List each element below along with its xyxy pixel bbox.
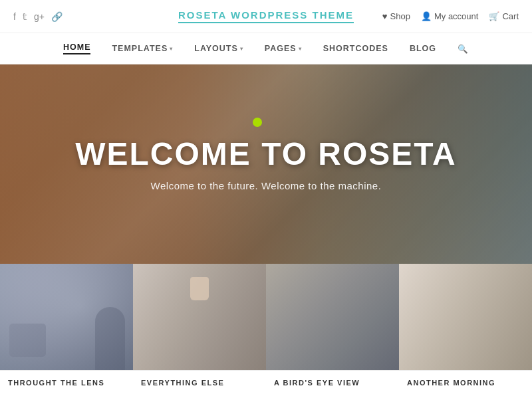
card-1[interactable]: THROUGHT THE LENS (0, 264, 133, 396)
nav-item-blog[interactable]: BLOG (410, 44, 436, 53)
nav-item-layouts[interactable]: LAYOUTS ▾ (194, 44, 243, 53)
templates-caret: ▾ (170, 46, 173, 52)
top-right-nav: ♥ Shop 👤 My account 🛒 Cart (382, 11, 519, 21)
my-account-link[interactable]: 👤 My account (421, 11, 478, 21)
card-3-label: A BIRD'S EYE VIEW (266, 370, 399, 396)
facebook-icon[interactable]: f (13, 11, 16, 22)
hero-content: WELCOME TO ROSETA Welcome to the future.… (75, 137, 457, 191)
cart-link[interactable]: 🛒 Cart (489, 11, 519, 21)
hero-subtitle: Welcome to the future. Welcome to the ma… (75, 180, 457, 191)
social-icons: f 𝕥 g+ 🔗 (13, 11, 63, 22)
card-4-label: ANOTHER MORNING (399, 370, 532, 396)
google-plus-icon[interactable]: g+ (34, 11, 45, 22)
card-1-image (0, 264, 133, 370)
hero-section: WELCOME TO ROSETA Welcome to the future.… (0, 64, 532, 264)
nav-item-shortcodes[interactable]: SHORTCODES (323, 44, 388, 53)
card-3-image (266, 264, 399, 370)
card-1-label: THROUGHT THE LENS (0, 370, 133, 396)
card-4[interactable]: ANOTHER MORNING (399, 264, 532, 396)
top-bar: f 𝕥 g+ 🔗 ROSETA WORDPRESS THEME ♥ Shop 👤… (0, 0, 532, 33)
nav-item-templates[interactable]: TEMPLATES ▾ (112, 44, 173, 53)
nav-item-home[interactable]: HOME (63, 43, 91, 54)
card-4-image (399, 264, 532, 370)
card-2[interactable]: EVERYTHING ELSE (133, 264, 266, 396)
bg-tint (0, 264, 133, 370)
bg-tint-4 (399, 264, 532, 370)
link-icon[interactable]: 🔗 (51, 11, 63, 22)
nav-item-pages[interactable]: PAGES ▾ (265, 44, 302, 53)
search-icon[interactable]: 🔍 (458, 44, 469, 54)
hero-title: WELCOME TO ROSETA (75, 137, 457, 172)
cards-section: THROUGHT THE LENS EVERYTHING ELSE A BIRD… (0, 264, 532, 396)
card-2-image (133, 264, 266, 370)
pages-caret: ▾ (299, 46, 302, 52)
card-3[interactable]: A BIRD'S EYE VIEW (266, 264, 399, 396)
site-title[interactable]: ROSETA WORDPRESS THEME (178, 9, 354, 23)
twitter-icon[interactable]: 𝕥 (23, 11, 27, 22)
bg-tint-3 (266, 264, 399, 370)
hero-dot (253, 118, 262, 127)
cup-shape (190, 277, 209, 300)
main-nav: HOME TEMPLATES ▾ LAYOUTS ▾ PAGES ▾ SHORT… (0, 33, 532, 64)
layouts-caret: ▾ (240, 46, 243, 52)
shop-link[interactable]: ♥ Shop (382, 11, 410, 21)
card-2-label: EVERYTHING ELSE (133, 370, 266, 396)
